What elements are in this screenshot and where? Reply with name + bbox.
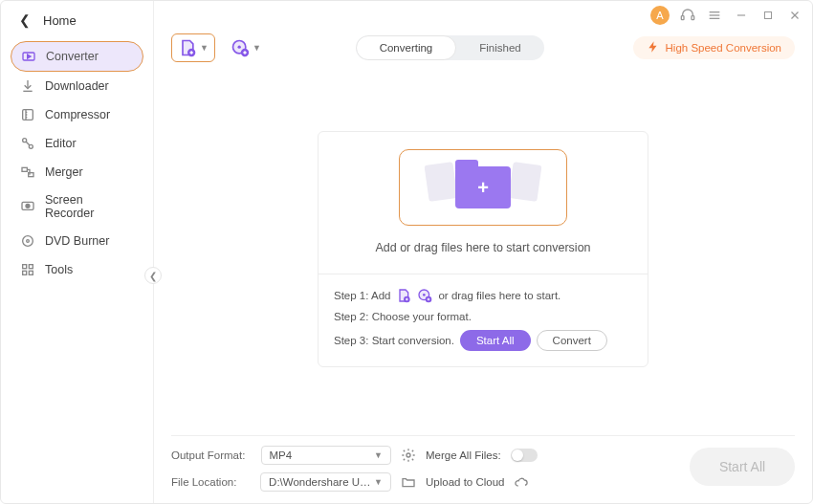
high-speed-conversion-button[interactable]: High Speed Conversion [633,36,795,59]
merger-icon [20,164,35,180]
sidebar-item-editor[interactable]: Editor [11,129,143,158]
drop-zone-card: + Add or drag files here to start conver… [318,131,648,367]
chevron-down-icon: ▼ [253,43,261,53]
file-location-label: File Location: [171,476,251,488]
svg-rect-11 [23,110,33,121]
downloader-icon [20,78,35,94]
output-settings-icon[interactable] [401,448,416,463]
step-3-row: Step 3: Start conversion. Start All Conv… [334,330,632,351]
svg-marker-10 [28,55,31,58]
sidebar-item-label: Editor [45,137,77,150]
sidebar-item-converter[interactable]: Converter [11,41,143,72]
sidebar-item-tools[interactable]: Tools [11,255,143,284]
svg-point-31 [423,294,426,296]
merge-all-toggle[interactable] [511,449,538,462]
tab-converting[interactable]: Converting [356,35,457,60]
sidebar-item-label: Compressor [45,108,110,121]
svg-point-33 [406,453,410,457]
start-all-button[interactable]: Start All [690,448,795,486]
add-dvd-icon[interactable] [417,288,432,303]
svg-rect-21 [23,265,27,269]
sidebar-item-label: Screen Recorder [45,193,134,220]
svg-point-20 [27,240,30,243]
sidebar-item-screen-recorder[interactable]: Screen Recorder [11,186,143,227]
sidebar-item-dvd-burner[interactable]: DVD Burner [11,227,143,255]
svg-line-14 [26,142,30,145]
sidebar-item-compressor[interactable]: Compressor [11,100,143,129]
svg-point-19 [23,236,33,247]
open-folder-icon[interactable] [401,474,416,490]
home-label[interactable]: Home [43,13,77,28]
svg-point-18 [26,204,30,208]
sidebar-item-downloader[interactable]: Downloader [11,72,143,100]
drop-zone-label: Add or drag files here to start conversi… [319,241,648,254]
start-all-pill-button[interactable]: Start All [460,330,531,351]
screen-recorder-icon [20,199,35,214]
output-format-label: Output Format: [171,449,252,461]
bolt-icon [647,40,660,55]
step-2-text: Step 2: Choose your format. [334,311,472,322]
add-file-icon[interactable] [396,288,411,303]
dvd-burner-icon [20,233,35,249]
tab-finished[interactable]: Finished [456,35,543,60]
high-speed-label: High Speed Conversion [666,42,781,54]
file-location-select[interactable]: D:\Wondershare UniConverter 1 ▼ [260,472,391,492]
back-icon[interactable]: ❮ [18,12,32,28]
chevron-down-icon: ▼ [200,43,209,53]
convert-pill-button[interactable]: Convert [537,330,607,351]
start-all-label: Start All [719,459,765,474]
sidebar-item-label: Converter [46,50,99,63]
svg-point-27 [237,46,240,49]
svg-rect-23 [23,271,27,274]
chevron-down-icon: ▼ [374,477,383,487]
output-format-select[interactable]: MP4 ▼ [261,446,391,465]
svg-rect-15 [22,167,27,171]
sidebar-item-label: Merger [45,165,83,179]
step-1-prefix: Step 1: Add [334,290,390,301]
ghost-doc-icon [425,162,458,202]
output-format-value: MP4 [270,449,293,461]
sidebar-item-label: Downloader [45,79,109,93]
svg-rect-22 [29,265,33,269]
editor-icon [20,136,35,151]
ghost-doc-icon [509,162,542,202]
sidebar-item-label: Tools [45,263,73,276]
cloud-icon[interactable] [514,474,529,490]
step-1-row: Step 1: Add or drag files here to start. [334,288,632,303]
merge-all-label: Merge All Files: [426,449,501,461]
add-file-button[interactable]: ▼ [171,33,215,62]
step-2-row: Step 2: Choose your format. [334,311,632,322]
tools-icon [20,262,35,277]
step-3-text: Step 3: Start conversion. [334,335,454,346]
sidebar-item-label: DVD Burner [45,234,109,248]
step-1-suffix: or drag files here to start. [438,290,560,301]
file-location-value: D:\Wondershare UniConverter 1 [269,476,374,488]
add-dvd-button[interactable]: ▼ [225,34,267,61]
drop-zone[interactable]: + [399,149,567,226]
converter-icon [21,49,36,64]
folder-plus-icon: + [455,166,511,208]
compressor-icon [20,107,35,122]
upload-to-cloud-label: Upload to Cloud [426,476,504,488]
sidebar-item-merger[interactable]: Merger [11,158,143,186]
main-panel: ▼ ▼ Converting Finished High Speed Conve… [154,1,812,503]
svg-rect-24 [29,271,33,274]
sidebar: ❮ Home Converter Downloader Compressor [1,1,154,503]
status-segmented: Converting Finished [356,35,544,60]
chevron-down-icon: ▼ [374,450,383,460]
